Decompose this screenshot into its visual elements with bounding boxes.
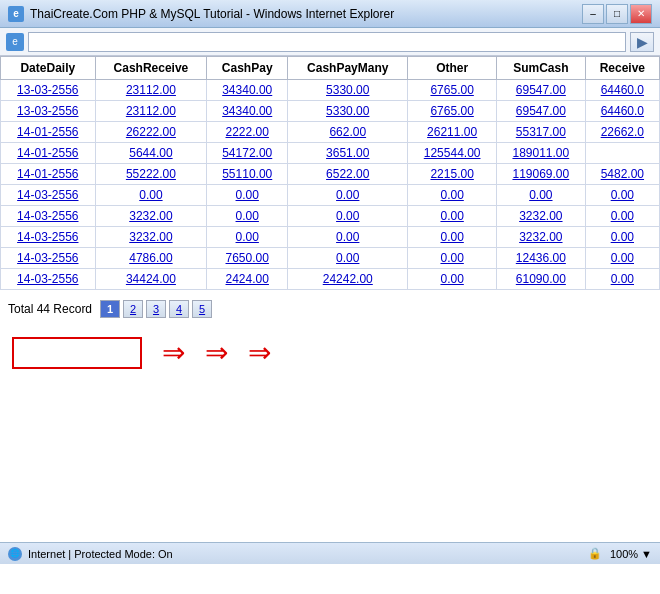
table-cell[interactable]: 5330.00 [288, 80, 408, 101]
table-cell[interactable]: 13-03-2556 [1, 101, 96, 122]
table-cell[interactable]: 26211.00 [408, 122, 497, 143]
status-right: 🔒 100% ▼ [588, 547, 652, 560]
table-cell[interactable]: 0.00 [207, 185, 288, 206]
table-cell[interactable]: 69547.00 [496, 80, 585, 101]
table-cell[interactable]: 34424.00 [95, 269, 207, 290]
table-cell[interactable]: 34340.00 [207, 101, 288, 122]
table-cell[interactable]: 55222.00 [95, 164, 207, 185]
table-cell[interactable]: 14-01-2556 [1, 122, 96, 143]
table-cell[interactable]: 14-03-2556 [1, 269, 96, 290]
table-cell[interactable]: 61090.00 [496, 269, 585, 290]
zoom-dropdown[interactable]: 100% ▼ [610, 548, 652, 560]
table-cell[interactable]: 3232.00 [496, 227, 585, 248]
title-bar-controls[interactable]: – □ ✕ [582, 4, 652, 24]
table-cell[interactable]: 0.00 [585, 269, 659, 290]
table-cell[interactable]: 64460.0 [585, 101, 659, 122]
table-cell[interactable]: 14-03-2556 [1, 206, 96, 227]
table-cell[interactable]: 3651.00 [288, 143, 408, 164]
table-cell[interactable]: 0.00 [207, 206, 288, 227]
table-cell[interactable]: 26222.00 [95, 122, 207, 143]
table-cell[interactable]: 34340.00 [207, 80, 288, 101]
table-row: 14-03-255634424.002424.0024242.000.00610… [1, 269, 660, 290]
table-cell[interactable]: 14-03-2556 [1, 227, 96, 248]
table-cell[interactable]: 5644.00 [95, 143, 207, 164]
table-cell[interactable]: 14-03-2556 [1, 185, 96, 206]
table-cell[interactable]: 0.00 [288, 185, 408, 206]
table-cell[interactable]: 64460.0 [585, 80, 659, 101]
table-cell[interactable]: 0.00 [288, 248, 408, 269]
table-cell[interactable]: 0.00 [207, 227, 288, 248]
table-cell[interactable]: 2215.00 [408, 164, 497, 185]
table-cell[interactable]: 0.00 [496, 185, 585, 206]
table-cell[interactable]: 0.00 [408, 269, 497, 290]
table-header-row: DateDailyCashReceiveCashPayCashPayManyOt… [1, 57, 660, 80]
table-cell[interactable]: 125544.00 [408, 143, 497, 164]
table-cell[interactable]: 6765.00 [408, 80, 497, 101]
table-cell[interactable]: 662.00 [288, 122, 408, 143]
table-cell[interactable] [585, 143, 659, 164]
maximize-button[interactable]: □ [606, 4, 628, 24]
arrow-icon-1: ⇒ [162, 339, 185, 367]
window-title: ThaiCreate.Com PHP & MySQL Tutorial - Wi… [30, 7, 394, 21]
table-cell[interactable]: 5330.00 [288, 101, 408, 122]
table-cell[interactable]: 6765.00 [408, 101, 497, 122]
table-cell[interactable]: 0.00 [585, 185, 659, 206]
table-row: 14-03-25564786.007650.000.000.0012436.00… [1, 248, 660, 269]
page-button-1[interactable]: 1 [100, 300, 120, 318]
table-cell[interactable]: 14-01-2556 [1, 164, 96, 185]
address-input[interactable] [28, 32, 626, 52]
table-cell[interactable]: 6522.00 [288, 164, 408, 185]
table-cell[interactable]: 0.00 [585, 248, 659, 269]
globe-icon: 🌐 [8, 547, 22, 561]
table-cell[interactable]: 4786.00 [95, 248, 207, 269]
table-cell[interactable]: 3232.00 [95, 206, 207, 227]
table-row: 14-03-25563232.000.000.000.003232.000.00 [1, 206, 660, 227]
table-cell[interactable]: 0.00 [408, 185, 497, 206]
table-cell[interactable]: 0.00 [288, 227, 408, 248]
ie-icon: e [8, 6, 24, 22]
table-cell[interactable]: 0.00 [408, 206, 497, 227]
table-cell[interactable]: 2424.00 [207, 269, 288, 290]
table-cell[interactable]: 119069.00 [496, 164, 585, 185]
table-cell[interactable]: 12436.00 [496, 248, 585, 269]
status-left: 🌐 Internet | Protected Mode: On [8, 547, 173, 561]
page-button-4[interactable]: 4 [169, 300, 189, 318]
page-button-2[interactable]: 2 [123, 300, 143, 318]
table-cell[interactable]: 24242.00 [288, 269, 408, 290]
table-cell[interactable]: 14-03-2556 [1, 248, 96, 269]
table-cell[interactable]: 189011.00 [496, 143, 585, 164]
table-cell[interactable]: 0.00 [408, 227, 497, 248]
table-cell[interactable]: 22662.0 [585, 122, 659, 143]
column-header-datedaily: DateDaily [1, 57, 96, 80]
table-cell[interactable]: 0.00 [95, 185, 207, 206]
table-cell[interactable]: 0.00 [288, 206, 408, 227]
table-cell[interactable]: 2222.00 [207, 122, 288, 143]
pagination-pages[interactable]: 12345 [100, 300, 212, 318]
table-row: 14-01-255626222.002222.00662.0026211.005… [1, 122, 660, 143]
table-body: 13-03-255623112.0034340.005330.006765.00… [1, 80, 660, 290]
page-button-3[interactable]: 3 [146, 300, 166, 318]
table-cell[interactable]: 69547.00 [496, 101, 585, 122]
zoom-chevron[interactable]: ▼ [641, 548, 652, 560]
table-cell[interactable]: 54172.00 [207, 143, 288, 164]
table-cell[interactable]: 3232.00 [95, 227, 207, 248]
table-row: 14-03-25560.000.000.000.000.000.00 [1, 185, 660, 206]
arrow-icon-2: ⇒ [205, 339, 228, 367]
table-cell[interactable]: 0.00 [408, 248, 497, 269]
page-button-5[interactable]: 5 [192, 300, 212, 318]
table-cell[interactable]: 14-01-2556 [1, 143, 96, 164]
go-button[interactable]: ▶ [630, 32, 654, 52]
table-cell[interactable]: 3232.00 [496, 206, 585, 227]
minimize-button[interactable]: – [582, 4, 604, 24]
table-cell[interactable]: 5482.00 [585, 164, 659, 185]
table-cell[interactable]: 55110.00 [207, 164, 288, 185]
table-cell[interactable]: 13-03-2556 [1, 80, 96, 101]
table-cell[interactable]: 0.00 [585, 206, 659, 227]
table-cell[interactable]: 23112.00 [95, 101, 207, 122]
table-cell[interactable]: 0.00 [585, 227, 659, 248]
table-cell[interactable]: 23112.00 [95, 80, 207, 101]
close-button[interactable]: ✕ [630, 4, 652, 24]
table-cell[interactable]: 7650.00 [207, 248, 288, 269]
table-cell[interactable]: 55317.00 [496, 122, 585, 143]
column-header-cashpay: CashPay [207, 57, 288, 80]
